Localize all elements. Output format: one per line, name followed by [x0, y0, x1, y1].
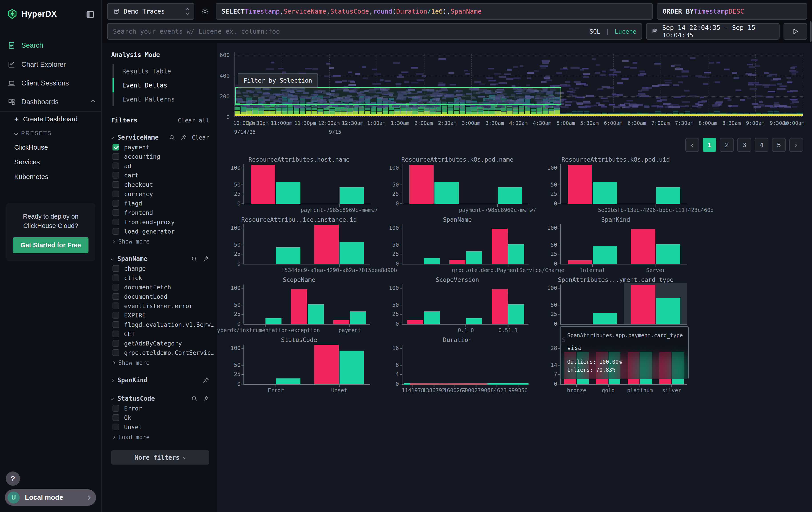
- analysis-mode-results-table[interactable]: Results Table: [113, 64, 209, 78]
- bar-inlier[interactable]: [656, 298, 680, 324]
- scrollbar-thumb[interactable]: [810, 21, 812, 42]
- filter-section-title[interactable]: SpanKind: [117, 376, 147, 384]
- checkbox[interactable]: [113, 153, 119, 160]
- pin-icon[interactable]: [203, 377, 209, 383]
- filter-option-eventlistener-error[interactable]: eventListener.error: [111, 301, 209, 311]
- checkbox[interactable]: [113, 424, 119, 430]
- search-input[interactable]: [113, 28, 585, 35]
- order-by-input[interactable]: ORDER BY Timestamp DESC: [657, 3, 807, 20]
- sidebar-item-client-sessions[interactable]: Client Sessions: [0, 74, 102, 92]
- bar-inlier[interactable]: [466, 251, 482, 264]
- page-button-5[interactable]: 5: [772, 138, 786, 152]
- bar-outlier[interactable]: [568, 260, 592, 264]
- pin-icon[interactable]: [180, 134, 187, 141]
- checkbox[interactable]: [113, 191, 119, 197]
- chevron-right-icon[interactable]: [111, 378, 114, 381]
- checkbox[interactable]: [113, 284, 119, 291]
- chart-plot[interactable]: 025501005e02b5fb-13ae-4296-bbbc-111f423c…: [560, 164, 687, 204]
- lucene-mode-toggle[interactable]: Lucene: [614, 28, 636, 35]
- run-query-button[interactable]: [784, 23, 807, 39]
- checkbox[interactable]: [113, 340, 119, 347]
- presets-toggle[interactable]: PRESETS: [0, 127, 102, 140]
- chart-plot[interactable]: 02550100ErrorUnset: [243, 345, 370, 385]
- bar-inlier[interactable]: [340, 242, 364, 264]
- bar-outlier[interactable]: [314, 345, 339, 384]
- checkbox[interactable]: [113, 172, 119, 179]
- bar-inlier[interactable]: [593, 313, 617, 324]
- chevron-down-icon[interactable]: [111, 257, 114, 260]
- chart-plot[interactable]: 02550100grpc.oteldemo.PaymentService/Cha…: [402, 224, 528, 265]
- checkbox[interactable]: [113, 302, 119, 309]
- checkbox[interactable]: [113, 200, 119, 207]
- page-button-1[interactable]: 1: [703, 138, 716, 152]
- bar-inlier[interactable]: [434, 182, 459, 204]
- bar-inlier[interactable]: [340, 187, 364, 204]
- filter-section-title[interactable]: ServiceName: [117, 134, 158, 141]
- sidebar-collapse-icon[interactable]: [86, 10, 95, 18]
- search-icon[interactable]: [191, 255, 198, 262]
- local-mode-button[interactable]: U Local mode: [5, 489, 96, 506]
- chart-plot[interactable]: 0481611419781386792160026720002790058462…: [402, 345, 528, 385]
- bar-inlier[interactable]: [276, 182, 300, 204]
- filter-option-change[interactable]: change: [111, 264, 209, 273]
- pin-icon[interactable]: [203, 255, 209, 262]
- source-select[interactable]: Demo Traces: [107, 3, 194, 20]
- filter-option-flagd-evaluation-v1-serv[interactable]: flagd.evaluation.v1.Serv…: [111, 320, 209, 329]
- filter-option-get[interactable]: GET: [111, 329, 209, 339]
- bar-outlier[interactable]: [251, 165, 275, 204]
- bar-inlier[interactable]: [656, 244, 680, 264]
- sidebar-item-clickhouse[interactable]: ClickHouse: [0, 140, 102, 155]
- events-heatmap[interactable]: Filter by Selection: [234, 52, 803, 117]
- analysis-mode-event-deltas[interactable]: Event Deltas: [113, 78, 209, 92]
- filter-option-ad[interactable]: ad: [111, 161, 209, 170]
- sidebar-item-dashboards[interactable]: Dashboards: [0, 92, 102, 111]
- bar-inlier[interactable]: [276, 247, 300, 264]
- analysis-mode-event-patterns[interactable]: Event Patterns: [113, 92, 209, 106]
- checkbox[interactable]: [113, 321, 119, 328]
- filter-option-getadsbycategory[interactable]: getAdsByCategory: [111, 339, 209, 348]
- bar-outlier[interactable]: [492, 228, 508, 264]
- help-button[interactable]: ?: [6, 471, 20, 486]
- bar-inlier[interactable]: [350, 312, 366, 324]
- bar-inlier[interactable]: [424, 258, 440, 264]
- filter-option-grpc-oteldemo-cartservic[interactable]: grpc.oteldemo.CartServic…: [111, 348, 209, 357]
- bar-inlier[interactable]: [593, 182, 617, 204]
- filter-option-documentfetch[interactable]: documentFetch: [111, 282, 209, 292]
- chart-plot[interactable]: 02550100: [560, 285, 687, 325]
- clear-all-button[interactable]: Clear all: [178, 117, 209, 124]
- search-icon[interactable]: [169, 134, 175, 141]
- clear-section-button[interactable]: Clear: [192, 134, 209, 141]
- bar-outlier[interactable]: [631, 285, 655, 324]
- checkbox[interactable]: [113, 293, 119, 300]
- sidebar-item-search[interactable]: Search: [0, 36, 102, 55]
- filter-option-frontend-proxy[interactable]: frontend-proxy: [111, 217, 209, 226]
- bar-outlier[interactable]: [631, 229, 655, 264]
- filter-option-load-generator[interactable]: load-generator: [111, 226, 209, 236]
- bar-outlier[interactable]: [450, 260, 465, 264]
- chart-plot[interactable]: 025501000.1.00.51.1: [402, 285, 528, 325]
- chart-plot[interactable]: 02550100f5344ec9-a1ea-4290-a62a-78f5bee8…: [243, 224, 370, 265]
- bar-inlier[interactable]: [424, 312, 440, 324]
- bar-inlier[interactable]: [593, 246, 617, 264]
- bar-inlier[interactable]: [276, 378, 300, 384]
- checkbox[interactable]: [113, 162, 119, 169]
- bar-inlier[interactable]: [308, 304, 324, 324]
- gear-icon[interactable]: [198, 3, 212, 20]
- checkbox[interactable]: [113, 219, 119, 225]
- bar-inlier[interactable]: [466, 318, 482, 324]
- bar-outlier[interactable]: [333, 320, 349, 324]
- chart-plot[interactable]: 02550100@hyperdx/instrumentation-excepti…: [243, 285, 370, 325]
- bar-inlier[interactable]: [340, 351, 364, 384]
- bar-inlier[interactable]: [265, 318, 282, 324]
- checkbox[interactable]: [113, 209, 119, 216]
- bar-inlier[interactable]: [508, 304, 524, 324]
- checkbox[interactable]: [113, 330, 119, 337]
- bar-inlier[interactable]: [498, 187, 522, 204]
- filter-option-cart[interactable]: cart: [111, 170, 209, 180]
- filter-option-flagd[interactable]: flagd: [111, 198, 209, 208]
- show-more-link[interactable]: Show more: [111, 236, 209, 245]
- checkbox[interactable]: [113, 265, 119, 272]
- prev-page-button[interactable]: ‹: [685, 138, 699, 152]
- sidebar-item-services[interactable]: Services: [0, 155, 102, 169]
- chevron-down-icon[interactable]: [111, 136, 114, 139]
